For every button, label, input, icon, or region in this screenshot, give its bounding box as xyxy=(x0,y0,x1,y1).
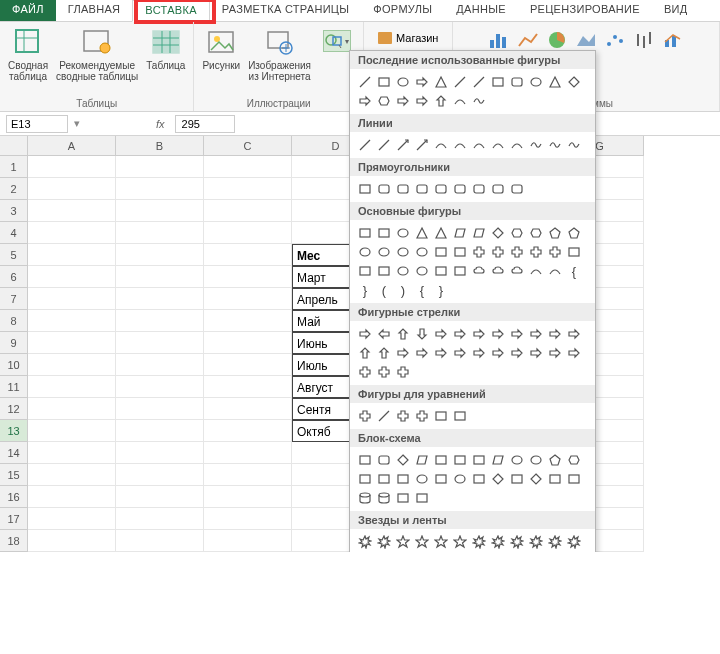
shape-item[interactable] xyxy=(432,407,450,425)
cell[interactable] xyxy=(116,376,204,398)
cell[interactable] xyxy=(28,354,116,376)
chart-line-button[interactable] xyxy=(515,30,541,50)
shape-item[interactable] xyxy=(356,344,374,362)
cell[interactable] xyxy=(28,530,116,552)
pictures-button[interactable]: Рисунки xyxy=(202,26,240,71)
shape-item[interactable] xyxy=(356,224,374,242)
shape-item[interactable] xyxy=(375,363,393,381)
cell[interactable] xyxy=(28,266,116,288)
shape-item[interactable] xyxy=(356,325,374,343)
chart-scatter-button[interactable] xyxy=(602,30,628,50)
shape-item[interactable] xyxy=(356,262,374,280)
shape-item[interactable] xyxy=(508,243,526,261)
shape-item[interactable] xyxy=(394,73,412,91)
fx-label[interactable]: fx xyxy=(152,118,169,130)
shape-item[interactable] xyxy=(565,470,583,488)
shape-item[interactable] xyxy=(375,180,393,198)
shape-item[interactable] xyxy=(432,73,450,91)
shape-item[interactable] xyxy=(508,180,526,198)
shape-item[interactable] xyxy=(489,73,507,91)
shape-item[interactable] xyxy=(375,344,393,362)
shape-item[interactable] xyxy=(432,243,450,261)
shape-item[interactable] xyxy=(470,325,488,343)
shape-item[interactable] xyxy=(508,73,526,91)
shape-item[interactable] xyxy=(375,451,393,469)
shape-item[interactable] xyxy=(546,344,564,362)
shape-item[interactable] xyxy=(375,224,393,242)
cell[interactable] xyxy=(204,332,292,354)
shape-item[interactable] xyxy=(489,224,507,242)
shape-item[interactable] xyxy=(375,73,393,91)
shape-item[interactable] xyxy=(432,224,450,242)
shape-item[interactable] xyxy=(356,533,374,551)
cell[interactable] xyxy=(116,464,204,486)
shape-item[interactable] xyxy=(432,344,450,362)
shape-item[interactable] xyxy=(508,224,526,242)
tab-review[interactable]: РЕЦЕНЗИРОВАНИЕ xyxy=(518,0,652,21)
row-header[interactable]: 8 xyxy=(0,310,28,332)
cell[interactable] xyxy=(28,200,116,222)
shape-item[interactable] xyxy=(413,344,431,362)
tab-view[interactable]: ВИД xyxy=(652,0,700,21)
shape-item[interactable] xyxy=(413,407,431,425)
shape-item[interactable] xyxy=(527,73,545,91)
shape-item[interactable] xyxy=(546,73,564,91)
shape-item[interactable] xyxy=(432,180,450,198)
shape-item[interactable] xyxy=(451,180,469,198)
row-header[interactable]: 18 xyxy=(0,530,28,552)
tab-layout[interactable]: РАЗМЕТКА СТРАНИЦЫ xyxy=(210,0,362,21)
shape-item[interactable] xyxy=(565,224,583,242)
shape-item[interactable] xyxy=(565,451,583,469)
row-header[interactable]: 10 xyxy=(0,354,28,376)
tab-file[interactable]: ФАЙЛ xyxy=(0,0,56,21)
table-button[interactable]: Таблица xyxy=(146,26,185,71)
shape-item[interactable] xyxy=(413,325,431,343)
shape-item[interactable] xyxy=(413,451,431,469)
shape-item[interactable] xyxy=(432,533,450,551)
shape-item[interactable] xyxy=(546,224,564,242)
row-header[interactable]: 12 xyxy=(0,398,28,420)
cell[interactable] xyxy=(28,222,116,244)
shape-item[interactable] xyxy=(432,262,450,280)
recommended-pivot-button[interactable]: Рекомендуемые сводные таблицы xyxy=(56,26,138,82)
shape-item[interactable] xyxy=(394,92,412,110)
cell[interactable] xyxy=(204,376,292,398)
select-all-corner[interactable] xyxy=(0,136,28,156)
cell[interactable] xyxy=(116,530,204,552)
tab-data[interactable]: ДАННЫЕ xyxy=(444,0,518,21)
shape-item[interactable] xyxy=(356,243,374,261)
cell[interactable] xyxy=(204,288,292,310)
shape-item[interactable] xyxy=(527,262,545,280)
tab-insert[interactable]: ВСТАВКА xyxy=(132,0,209,22)
cell[interactable] xyxy=(204,310,292,332)
shape-item[interactable] xyxy=(508,325,526,343)
cell[interactable] xyxy=(28,310,116,332)
shape-item[interactable] xyxy=(470,73,488,91)
shape-item[interactable] xyxy=(451,243,469,261)
cell[interactable] xyxy=(28,486,116,508)
shape-item[interactable] xyxy=(356,180,374,198)
cell[interactable] xyxy=(204,398,292,420)
tab-home[interactable]: ГЛАВНАЯ xyxy=(56,0,133,21)
shape-item[interactable] xyxy=(451,344,469,362)
shape-item[interactable] xyxy=(508,470,526,488)
row-header[interactable]: 5 xyxy=(0,244,28,266)
dropdown-icon[interactable]: ▾ xyxy=(74,117,80,130)
col-header[interactable]: B xyxy=(116,136,204,156)
shape-item[interactable] xyxy=(356,451,374,469)
shape-item[interactable] xyxy=(394,344,412,362)
shape-item[interactable] xyxy=(527,344,545,362)
row-header[interactable]: 14 xyxy=(0,442,28,464)
col-header[interactable]: A xyxy=(28,136,116,156)
shape-item[interactable] xyxy=(394,489,412,507)
online-pictures-button[interactable]: Изображения из Интернета xyxy=(248,26,311,82)
shape-item[interactable] xyxy=(451,136,469,154)
shape-item[interactable] xyxy=(489,136,507,154)
chart-area-button[interactable] xyxy=(573,30,599,50)
shape-item[interactable] xyxy=(546,325,564,343)
shape-item[interactable] xyxy=(546,533,564,551)
shape-item[interactable] xyxy=(413,533,431,551)
cell[interactable] xyxy=(204,266,292,288)
cell[interactable] xyxy=(204,486,292,508)
shape-item[interactable] xyxy=(413,136,431,154)
